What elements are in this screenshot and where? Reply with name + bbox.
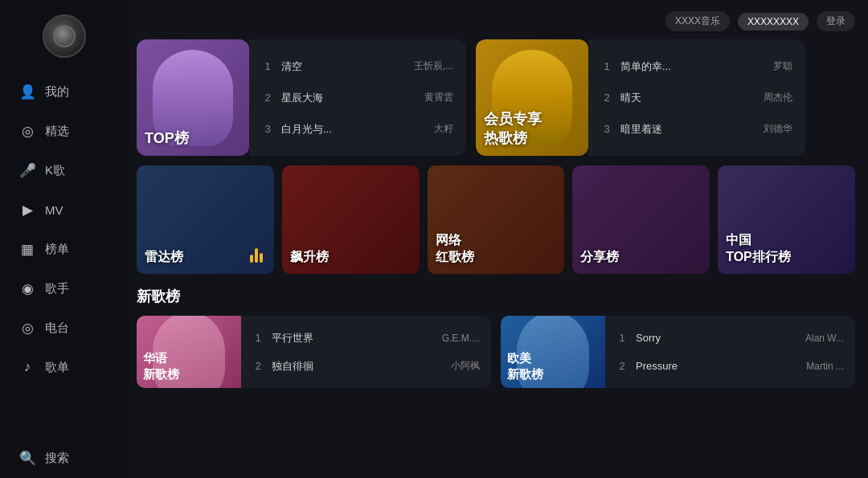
search-icon: 🔍 [19, 450, 35, 467]
artist-icon: ◉ [19, 280, 35, 297]
nav-menu: 👤 我的 ◎ 精选 🎤 K歌 ▶ MV ▦ 榜单 ◉ 歌手 ◎ 电台 ♪ 歌 [0, 72, 129, 386]
table-row: 2 晴天 周杰伦 [601, 91, 792, 105]
table-row: 1 平行世界 G.E.M.... [252, 331, 480, 345]
radio-icon: ◎ [19, 320, 35, 337]
playlist-icon: ♪ [19, 359, 35, 375]
sidebar-label-playlist: 歌单 [45, 360, 69, 375]
radar-chart-label: 雷达榜 [145, 249, 183, 266]
vip-chart-songs: 1 简单的幸... 罗聪 2 晴天 周杰伦 3 暗里着迷 刘德华 [588, 39, 805, 156]
chart-icon: ▦ [19, 241, 35, 258]
bar-2 [255, 248, 258, 263]
sidebar-item-playlist[interactable]: ♪ 歌单 [0, 348, 129, 386]
cn-chart-label: 华语 新歌榜 [143, 350, 179, 382]
top-chart-songs: 1 清空 王忻辰,... 2 星辰大海 黄霄雲 3 白月光与... 大籽 [249, 39, 466, 156]
sidebar-item-mv[interactable]: ▶ MV [0, 190, 129, 230]
china-chart-label: 中国 TOP排行榜 [726, 232, 791, 266]
rising-chart-card[interactable]: 飙升榜 [282, 165, 420, 274]
app-logo [43, 14, 86, 58]
new-songs-title: 新歌榜 [137, 287, 855, 306]
sidebar-item-mine[interactable]: 👤 我的 [0, 72, 129, 112]
sidebar-label-mine: 我的 [45, 84, 69, 100]
sidebar-item-karaoke[interactable]: 🎤 K歌 [0, 151, 129, 190]
sidebar-label-artists: 歌手 [45, 281, 69, 296]
table-row: 1 简单的幸... 罗聪 [601, 59, 792, 74]
logo-area [0, 8, 129, 64]
vip-chart-label: 会员专享 热歌榜 [484, 110, 542, 148]
radar-chart-card[interactable]: 雷达榜 [137, 165, 274, 274]
top-charts-section: TOP榜 1 清空 王忻辰,... 2 星辰大海 黄霄雲 3 白月光与... 大… [137, 39, 855, 156]
sidebar-label-karaoke: K歌 [45, 163, 65, 178]
bar-3 [260, 253, 263, 263]
us-new-songs: 1 Sorry Alan W... 2 Pressure Martin ... [605, 316, 855, 388]
network-chart-card[interactable]: 网络 红歌榜 [428, 165, 565, 274]
share-chart-label: 分享榜 [580, 249, 619, 266]
sidebar: 👤 我的 ◎ 精选 🎤 K歌 ▶ MV ▦ 榜单 ◉ 歌手 ◎ 电台 ♪ 歌 [0, 0, 129, 478]
sidebar-label-charts: 榜单 [45, 242, 69, 257]
us-new-chart-card[interactable]: 欧美 新歌榜 1 Sorry Alan W... 2 Pressure Mart… [501, 316, 855, 388]
us-chart-label: 欧美 新歌榜 [507, 350, 543, 382]
bar-1 [250, 255, 253, 263]
music-bars [250, 245, 263, 263]
header-btn-1[interactable]: XXXX音乐 [665, 11, 730, 31]
top-chart-card[interactable]: TOP榜 1 清空 王忻辰,... 2 星辰大海 黄霄雲 3 白月光与... 大… [137, 39, 466, 156]
person-icon: 👤 [19, 84, 35, 100]
table-row: 1 Sorry Alan W... [616, 332, 844, 344]
network-chart-label: 网络 红歌榜 [436, 232, 474, 266]
sidebar-item-artists[interactable]: ◉ 歌手 [0, 269, 129, 308]
login-button[interactable]: 登录 [817, 11, 855, 31]
table-row: 3 暗里着迷 刘德华 [601, 122, 792, 137]
share-chart-card[interactable]: 分享榜 [572, 165, 710, 274]
featured-icon: ◎ [19, 123, 35, 140]
table-row: 2 星辰大海 黄霄雲 [262, 91, 453, 105]
charts-row: 雷达榜 飙升榜 网络 红歌榜 分享榜 中国 TOP排行榜 [137, 165, 855, 274]
table-row: 2 独自徘徊 小阿枫 [252, 359, 480, 374]
mic-icon: 🎤 [19, 162, 35, 179]
sidebar-item-featured[interactable]: ◎ 精选 [0, 112, 129, 151]
cn-new-chart-card[interactable]: 华语 新歌榜 1 平行世界 G.E.M.... 2 独自徘徊 小阿枫 [137, 316, 491, 388]
mv-icon: ▶ [19, 202, 35, 219]
sidebar-label-search: 搜索 [45, 451, 69, 466]
sidebar-item-charts[interactable]: ▦ 榜单 [0, 230, 129, 269]
sidebar-label-featured: 精选 [45, 124, 69, 139]
sidebar-label-mv: MV [45, 203, 63, 217]
sidebar-item-radio[interactable]: ◎ 电台 [0, 308, 129, 348]
sidebar-item-search[interactable]: 🔍 搜索 [0, 439, 88, 478]
header-btn-2[interactable]: XXXXXXXX [738, 13, 809, 31]
cn-new-songs: 1 平行世界 G.E.M.... 2 独自徘徊 小阿枫 [241, 316, 491, 388]
table-row: 3 白月光与... 大籽 [262, 122, 453, 137]
top-chart-label: TOP榜 [145, 129, 189, 148]
sidebar-label-radio: 电台 [45, 321, 69, 336]
main-content: XXXX音乐 XXXXXXXX 登录 TOP榜 1 清空 王忻辰,... [129, 0, 868, 478]
china-top-chart-card[interactable]: 中国 TOP排行榜 [718, 165, 855, 274]
table-row: 1 清空 王忻辰,... [262, 59, 453, 74]
top-header: XXXX音乐 XXXXXXXX 登录 [137, 8, 855, 39]
rising-chart-label: 飙升榜 [290, 249, 329, 266]
vip-chart-card[interactable]: 会员专享 热歌榜 1 简单的幸... 罗聪 2 晴天 周杰伦 3 暗里着迷 刘德… [476, 39, 805, 156]
table-row: 2 Pressure Martin ... [616, 360, 844, 372]
new-songs-row: 华语 新歌榜 1 平行世界 G.E.M.... 2 独自徘徊 小阿枫 欧美 新歌… [137, 316, 855, 388]
